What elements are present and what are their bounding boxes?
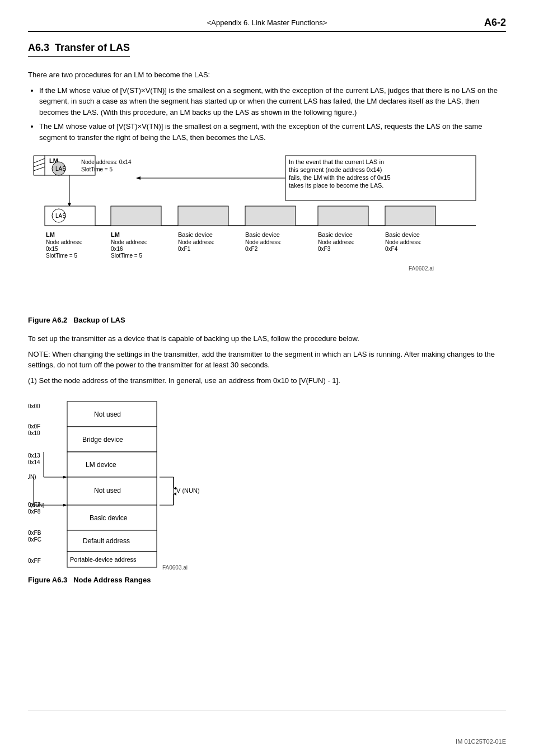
- svg-text:FA0602.ai: FA0602.ai: [409, 265, 434, 272]
- para2: NOTE: When changing the settings in the …: [28, 349, 506, 371]
- svg-text:0x0F: 0x0F: [28, 423, 40, 430]
- svg-line-51: [34, 158, 45, 163]
- svg-text:0x10: 0x10: [28, 430, 40, 436]
- svg-text:0xF1: 0xF1: [178, 246, 191, 252]
- bullet-2: The LM whose value of [V(ST)×V(TN)] is t…: [39, 121, 506, 143]
- svg-text:FA0603.ai: FA0603.ai: [162, 564, 188, 571]
- bottom-divider: [28, 711, 506, 711]
- svg-text:Not used: Not used: [94, 410, 121, 418]
- svg-text:LM device: LM device: [86, 461, 116, 469]
- svg-text:Node address:: Node address:: [385, 239, 421, 245]
- page-header: <Appendix 6. Link Master Functions> A6-2: [28, 17, 506, 32]
- page-number: A6-2: [472, 17, 506, 29]
- svg-text:Basic device: Basic device: [318, 231, 353, 238]
- svg-rect-23: [111, 206, 161, 226]
- svg-text:Basic device: Basic device: [90, 514, 128, 522]
- svg-text:0x14: 0x14: [28, 459, 40, 465]
- intro-text: There are two procedures for an LM to be…: [28, 69, 506, 81]
- svg-text:fails,  the  LM  with  the  ad: fails, the LM with the address of 0x15: [289, 174, 391, 181]
- svg-text:0x00: 0x00: [28, 403, 40, 409]
- svg-text:LM: LM: [46, 231, 55, 238]
- svg-rect-24: [178, 206, 228, 226]
- svg-line-52: [34, 163, 45, 167]
- svg-text:Basic device: Basic device: [385, 231, 420, 238]
- bullet-1: If the LM whose value of [V(ST)×V(TN)] i…: [39, 85, 506, 118]
- svg-text:0x15: 0x15: [46, 246, 58, 252]
- svg-text:V (NUN): V (NUN): [176, 487, 200, 494]
- svg-text:0x16: 0x16: [111, 246, 123, 252]
- para3: (1) Set the node address of the transmit…: [28, 375, 506, 386]
- svg-text:0xF8: 0xF8: [28, 508, 41, 515]
- svg-text:takes  its  place  to  become : takes its place to become the LAS.: [289, 182, 383, 189]
- section-title: A6.3 Transfer of LAS: [28, 42, 130, 57]
- figure-a62-container: In the event that the current LAS in thi…: [28, 153, 506, 324]
- svg-text:0xFC: 0xFC: [28, 536, 41, 543]
- header-title: <Appendix 6. Link Master Functions>: [62, 18, 472, 27]
- figure-a63-svg: 0x00 0x0F 0x10 0x13 0x14 0xF7 0xF8 0xFB …: [28, 396, 319, 572]
- svg-text:Basic device: Basic device: [178, 231, 213, 238]
- svg-text:LAS: LAS: [55, 166, 66, 172]
- svg-text:0xF4: 0xF4: [385, 246, 398, 252]
- svg-rect-26: [318, 206, 368, 226]
- svg-text:this  segment  (node  address : this segment (node address 0x14): [289, 166, 382, 173]
- svg-text:Node address: 0x14: Node address: 0x14: [81, 159, 132, 165]
- svg-text:Basic device: Basic device: [245, 231, 280, 238]
- svg-text:SlotTime = 5: SlotTime = 5: [81, 166, 113, 172]
- svg-text:Default address: Default address: [83, 537, 130, 545]
- footer: IM 01C25T02-01E: [456, 738, 506, 745]
- svg-text:Bridge device: Bridge device: [82, 436, 123, 444]
- para1: To set up the transmitter as a device th…: [28, 333, 506, 344]
- svg-text:SlotTime = 5: SlotTime = 5: [46, 253, 77, 259]
- svg-text:Node address:: Node address:: [111, 239, 147, 245]
- svg-text:Node address:: Node address:: [318, 239, 354, 245]
- svg-text:0xFB: 0xFB: [28, 530, 41, 536]
- svg-rect-25: [245, 206, 296, 226]
- svg-text:Node address:: Node address:: [178, 239, 214, 245]
- svg-text:Not used: Not used: [94, 487, 121, 494]
- svg-text:V (FUN) + V (NUN): V (FUN) + V (NUN): [28, 502, 44, 508]
- svg-text:0xF3: 0xF3: [318, 246, 331, 252]
- bullet-list: If the LM whose value of [V(ST)×V(TN)] i…: [39, 85, 506, 143]
- svg-text:V (FUN): V (FUN): [28, 474, 36, 480]
- svg-text:In  the  event  that  the  cur: In the event that the current LAS in: [289, 158, 384, 165]
- svg-text:Portable-device address: Portable-device address: [70, 556, 137, 563]
- svg-line-53: [34, 167, 45, 171]
- figure-a62-svg: In the event that the current LAS in thi…: [28, 153, 487, 312]
- svg-text:0x13: 0x13: [28, 452, 40, 459]
- figure-a63-label: Figure A6.3 Node Address Ranges: [28, 576, 151, 584]
- figure-a62-label: Figure A6.2 Backup of LAS: [28, 316, 125, 324]
- svg-text:LAS: LAS: [55, 213, 66, 219]
- svg-text:Node address:: Node address:: [245, 239, 282, 245]
- svg-text:0xF2: 0xF2: [245, 246, 258, 252]
- figure-a63-container: 0x00 0x0F 0x10 0x13 0x14 0xF7 0xF8 0xFB …: [28, 396, 506, 584]
- svg-rect-27: [385, 206, 435, 226]
- svg-text:SlotTime = 5: SlotTime = 5: [111, 253, 142, 259]
- svg-text:0xFF: 0xFF: [28, 558, 41, 564]
- svg-text:Node address:: Node address:: [46, 239, 82, 245]
- svg-text:LM: LM: [111, 231, 120, 238]
- page: <Appendix 6. Link Master Functions> A6-2…: [0, 0, 534, 756]
